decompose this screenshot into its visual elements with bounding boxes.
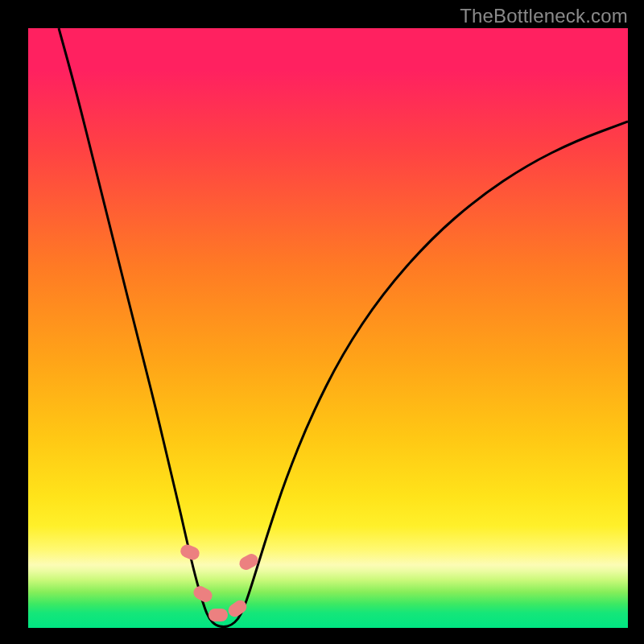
bottleneck-curve	[28, 28, 628, 628]
curve-marker	[208, 609, 228, 621]
watermark-text: TheBottleneck.com	[460, 5, 628, 27]
plot-area	[28, 28, 628, 628]
chart-frame: TheBottleneck.com	[0, 0, 644, 644]
